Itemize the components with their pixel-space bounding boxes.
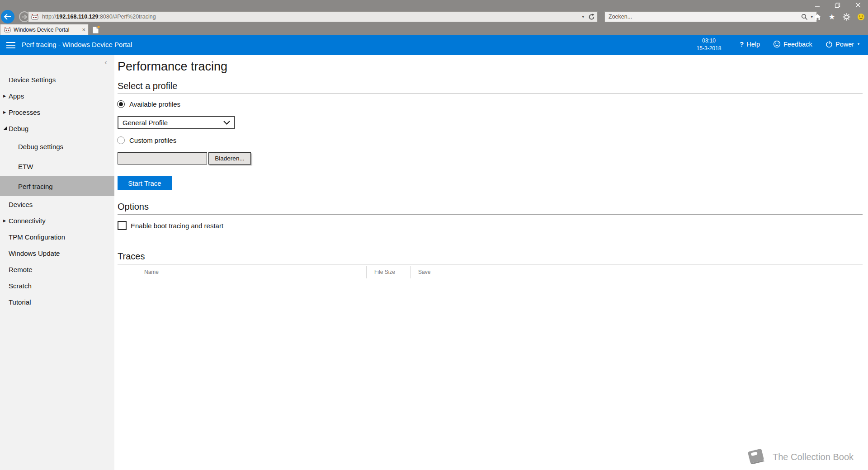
- nav-label: Windows Update: [9, 249, 60, 257]
- chevron-down-icon: [223, 121, 230, 125]
- collapsed-arrow-icon: ▶: [3, 219, 6, 223]
- sidebar-item-devices[interactable]: Devices: [0, 199, 114, 210]
- brand-logo: The Collection Book: [745, 447, 854, 466]
- custom-profile-file-row: Bladeren...: [118, 152, 251, 164]
- file-path-input[interactable]: [118, 152, 207, 164]
- minimize-button[interactable]: [807, 0, 827, 10]
- refresh-icon[interactable]: [588, 14, 595, 20]
- browser-chrome: http://192.168.110.129:8080/#Perf%20trac…: [0, 0, 868, 35]
- profile-select[interactable]: General Profile: [118, 116, 235, 129]
- nav-label: Connectivity: [9, 217, 46, 225]
- app-title: Perf tracing - Windows Device Portal: [22, 41, 132, 48]
- feedback-smiley-button[interactable]: [855, 12, 866, 22]
- power-icon: [826, 40, 833, 48]
- clock-time: 03:10: [693, 37, 725, 45]
- nav-label: Processes: [9, 108, 40, 116]
- power-label: Power: [835, 41, 854, 48]
- help-button[interactable]: ? Help: [740, 40, 760, 48]
- sidebar-item-remote[interactable]: Remote: [0, 264, 114, 275]
- close-window-button[interactable]: [848, 0, 868, 10]
- start-trace-button[interactable]: Start Trace: [118, 176, 172, 190]
- column-header-save: Save: [410, 266, 460, 278]
- custom-profiles-label: Custom profiles: [129, 136, 176, 144]
- star-icon: ★: [828, 13, 835, 21]
- address-dropdown-icon[interactable]: ▾: [582, 14, 584, 19]
- boot-tracing-label: Enable boot tracing and restart: [131, 222, 223, 230]
- sidebar-item-perf-tracing[interactable]: Perf tracing: [0, 176, 114, 196]
- new-tab-button[interactable]: [91, 25, 100, 34]
- sidebar-item-debug[interactable]: Debug: [0, 123, 114, 134]
- sidebar-item-device-settings[interactable]: Device Settings: [0, 74, 114, 85]
- tab-title: Windows Device Portal: [14, 27, 69, 33]
- power-caret-icon: ▾: [858, 42, 859, 46]
- home-icon: [814, 14, 821, 20]
- nav-label: Devices: [9, 201, 33, 208]
- radio-selected-icon[interactable]: [117, 100, 125, 108]
- home-button[interactable]: [812, 12, 823, 22]
- custom-profiles-radio[interactable]: Custom profiles: [117, 136, 176, 144]
- feedback-button[interactable]: Feedback: [773, 40, 812, 48]
- back-button[interactable]: [1, 10, 14, 24]
- new-tab-icon: [91, 25, 100, 34]
- site-favicon: [31, 14, 38, 20]
- url-text: http://192.168.110.129:8080/#Perf%20trac…: [42, 14, 156, 20]
- address-bar[interactable]: http://192.168.110.129:8080/#Perf%20trac…: [28, 11, 598, 22]
- sidebar-item-etw[interactable]: ETW: [0, 161, 114, 172]
- nav-label: Apps: [9, 92, 24, 100]
- nav-label: Scratch: [9, 282, 32, 290]
- window-controls: [807, 0, 868, 10]
- tab-favicon: [4, 27, 11, 33]
- sidebar-item-windows-update[interactable]: Windows Update: [0, 248, 114, 258]
- url-host: 192.168.110.129: [56, 14, 98, 20]
- restore-button[interactable]: [827, 0, 848, 10]
- profile-select-value: General Profile: [123, 119, 168, 127]
- sidebar-item-debug-settings[interactable]: Debug settings: [0, 141, 114, 152]
- sidebar-item-tpm-configuration[interactable]: TPM Configuration: [0, 231, 114, 242]
- collapsed-arrow-icon: ▶: [3, 110, 6, 114]
- tab-close-button[interactable]: ×: [82, 27, 85, 33]
- options-heading: Options: [118, 202, 863, 215]
- main-content: Performance tracing Select a profile Ava…: [114, 55, 868, 470]
- search-box[interactable]: Zoeken... ▾: [604, 11, 817, 22]
- brand-text: The Collection Book: [773, 452, 854, 462]
- sidebar-item-connectivity[interactable]: ▶Connectivity: [0, 215, 114, 226]
- nav-label: Debug settings: [18, 143, 63, 150]
- arrow-right-icon: [21, 14, 28, 19]
- help-label: Help: [746, 41, 760, 48]
- question-mark-icon: ?: [740, 40, 744, 48]
- nav-label: Device Settings: [9, 76, 56, 84]
- arrow-left-icon: [4, 14, 12, 20]
- power-button[interactable]: Power ▾: [826, 40, 859, 48]
- sidebar-item-apps[interactable]: ▶Apps: [0, 90, 114, 101]
- sidebar-item-processes[interactable]: ▶Processes: [0, 107, 114, 118]
- expanded-arrow-icon: [3, 127, 7, 130]
- boot-tracing-checkbox[interactable]: [118, 221, 127, 230]
- search-placeholder: Zoeken...: [609, 14, 632, 20]
- browse-button[interactable]: Bladeren...: [208, 152, 251, 164]
- browser-tab[interactable]: Windows Device Portal ×: [0, 24, 89, 35]
- nav-label: TPM Configuration: [9, 233, 65, 241]
- feedback-smiley-icon: [773, 40, 781, 48]
- settings-button[interactable]: [841, 12, 852, 22]
- traces-table-header: Name File Size Save: [118, 266, 863, 278]
- sidebar-item-scratch[interactable]: Scratch: [0, 280, 114, 291]
- nav-label: Tutorial: [9, 298, 31, 306]
- collapsed-arrow-icon: ▶: [3, 94, 6, 98]
- page-title: Performance tracing: [118, 60, 227, 74]
- available-profiles-radio[interactable]: Available profiles: [117, 100, 180, 108]
- nav-label: ETW: [18, 163, 33, 170]
- restore-icon: [835, 2, 840, 8]
- sidebar-collapse-chevron[interactable]: ‹: [104, 58, 107, 67]
- feedback-label: Feedback: [783, 41, 812, 48]
- smiley-icon: [857, 13, 865, 21]
- close-icon: [855, 2, 861, 8]
- favorites-button[interactable]: ★: [826, 12, 837, 22]
- magnifier-icon[interactable]: [801, 14, 808, 20]
- select-profile-heading: Select a profile: [118, 81, 863, 94]
- nav-label: Remote: [9, 266, 33, 273]
- radio-unselected-icon[interactable]: [117, 136, 125, 144]
- boot-tracing-row[interactable]: Enable boot tracing and restart: [118, 221, 223, 230]
- sidebar-item-tutorial[interactable]: Tutorial: [0, 296, 114, 307]
- hamburger-menu-button[interactable]: [6, 42, 15, 48]
- column-header-file-size: File Size: [366, 266, 410, 278]
